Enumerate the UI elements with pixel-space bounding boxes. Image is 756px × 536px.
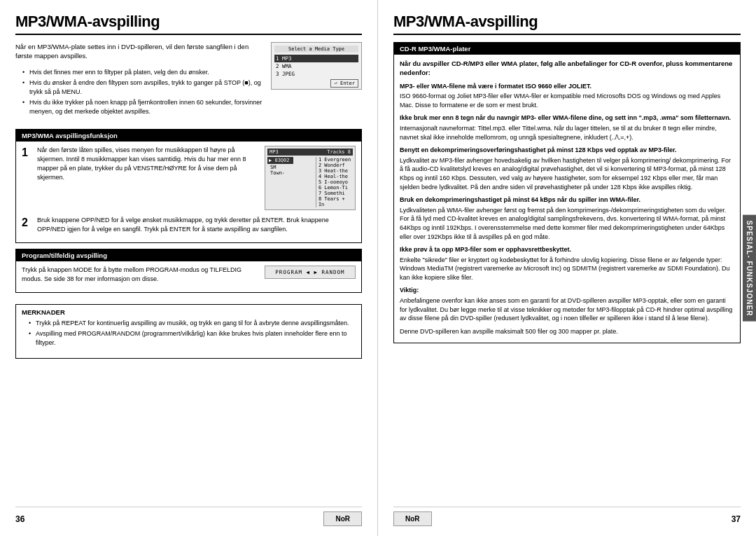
sub-bullet-5-header: Ikke prøv å ta opp MP3-filer som er opph…: [400, 246, 571, 253]
sub-bullet-2: Ikke bruk mer enn 8 tegn når du navngir …: [400, 114, 734, 142]
cdr-header: CD-R MP3/WMA-plater: [394, 43, 740, 55]
merknader-item: Trykk på REPEAT for kontinuerlig avspill…: [29, 319, 356, 328]
intro-bullet-list: Hvis det finnes mer enn to filtyper på p…: [15, 68, 264, 116]
track-item: 7 Somethi: [318, 191, 353, 196]
select-media-screen: Select a Media Type 1 MP3 2 WMA 3 JPEG ⏎…: [271, 42, 362, 123]
program-header: Program/tilfeldig avspilling: [16, 249, 361, 261]
enter-button-screen: ⏎ Enter: [330, 79, 358, 88]
left-page-number: 36: [15, 514, 24, 524]
sub-bullet-1-text: ISO 9660-format og Joliet MP3-filer elle…: [400, 92, 734, 109]
folder-item: ▶ 03Q02: [267, 157, 293, 164]
merknader-box: MERKNADER Trykk på REPEAT for kontinuerl…: [15, 304, 362, 359]
sub-bullet-3-text: Lydkvalitet av MP3-filer avhenger hoveds…: [400, 156, 734, 191]
sub-bullet-7-text: Denne DVD-spilleren kan avspille maksima…: [400, 327, 734, 336]
screen-title: Select a Media Type: [274, 46, 358, 53]
track-item: 1 Evergreen: [318, 157, 353, 163]
sub-bullet-4-text: Lydkvaliteten på WMA-filer avhenger førs…: [400, 206, 734, 241]
screen-item-wma: 2 WMA: [274, 62, 358, 70]
sub-bullet-2-header: Ikke bruk mer enn 8 tegn når du navngir …: [400, 114, 731, 121]
section1-header: MP3/WMA avspillingsfunksjon: [16, 130, 361, 142]
track-list: 1 Evergreen 2 Wonderf 3 Heat-the 4 Heal-…: [316, 157, 353, 207]
cdr-section: CD-R MP3/WMA-plater Når du avspiller CD-…: [393, 42, 741, 343]
sub-bullet-6-text: Anbefalingene ovenfor kan ikke anses som…: [400, 296, 734, 323]
track-item: 5 I-ooeoyo: [318, 179, 353, 185]
left-nor-badge: NoR: [323, 511, 362, 526]
left-page: MP3/WMA-avspilling Når en MP3/WMA-plate …: [0, 0, 378, 536]
section-number-2: 2: [22, 216, 34, 234]
sub-bullet-6-header: Viktig:: [400, 287, 419, 294]
spesial-funksjoner-tab: SPESIAL- FUNKSJONER: [743, 214, 756, 322]
screen-item-mp3: 1 MP3: [274, 55, 358, 62]
sub-bullet-2-text: Internasjonalt navneformat: Tittel.mp3. …: [400, 124, 734, 142]
right-footer: NoR 37: [393, 507, 741, 526]
program-text: Trykk på knappen MODE for å bytte mellom…: [22, 266, 258, 284]
track-item: 2 Wonderf: [318, 163, 353, 168]
right-nor-badge: NoR: [393, 511, 432, 526]
intro-text: Når en MP3/WMA-plate settes inn i DVD-sp…: [15, 42, 264, 61]
section1-content: Når den første låten spilles, vises meny…: [37, 146, 258, 182]
right-page-number: 37: [732, 514, 741, 524]
left-footer: 36 NoR: [15, 507, 362, 526]
right-content-area: MP3- eller WMA-filene må være i formatet…: [400, 82, 734, 341]
program-random-screen: PROGRAM ◀ ▶ RANDOM: [265, 266, 356, 284]
program-screen-label: PROGRAM ◀ ▶ RANDOM: [268, 269, 352, 275]
right-page: MP3/WMA-avspilling CD-R MP3/WMA-plater N…: [378, 0, 756, 536]
bullet-item: Hvis det finnes mer enn to filtyper på p…: [22, 68, 264, 77]
sub-bullet-7: Denne DVD-spilleren kan avspille maksima…: [400, 327, 734, 336]
merknader-item: Avspilling med PROGRAM/RANDOM (programme…: [29, 329, 356, 347]
numbered-section-1: 1 Når den første låten spilles, vises me…: [22, 146, 258, 182]
numbered-section-2: 2 Bruk knappene OPP/NED for å velge ønsk…: [22, 216, 356, 234]
right-title: MP3/WMA-avspilling: [393, 13, 741, 35]
sub-bullet-3-header: Benytt en dekomprimeringsoverføringshast…: [400, 146, 677, 153]
track-item: 3 Heat-the: [318, 168, 353, 174]
section-mp3-wma: MP3/WMA avspillingsfunksjon 1 Når den fø…: [15, 129, 362, 243]
left-title: MP3/WMA-avspilling: [15, 13, 362, 35]
mp3-folder-screen: MP3 Tracks 8 ▶ 03Q02 SM Town- 1 Evergree…: [265, 146, 356, 210]
bullet-item: Hvis du ønsker å endre den filtypen som …: [22, 78, 264, 96]
sub-bullet-1-header: MP3- eller WMA-filene må være i formatet…: [400, 83, 592, 90]
screen-item-jpeg: 3 JPEG: [274, 70, 358, 78]
merknader-list: Trykk på REPEAT for kontinuerlig avspill…: [22, 319, 356, 348]
tracks-label: Tracks 8: [327, 149, 351, 155]
section2-content: Bruk knappene OPP/NED for å velge ønsket…: [37, 216, 356, 234]
merknader-header: MERKNADER: [22, 308, 356, 316]
sub-bullet-4: Bruk en dekomprimeringshastiget på minst…: [400, 195, 734, 241]
section-number-1: 1: [22, 146, 34, 182]
sub-bullet-3: Benytt en dekomprimeringsoverføringshast…: [400, 146, 734, 191]
sub-bullet-1: MP3- eller WMA-filene må være i formatet…: [400, 82, 734, 110]
bullet-item: Hvis du ikke trykker på noen knapp på fj…: [22, 98, 264, 116]
track-item: 6 Lemon-Ti: [318, 185, 353, 191]
sub-bullet-5-text: Enkelte "sikrede" filer er kryptert og k…: [400, 256, 734, 282]
sub-bullet-4-header: Bruk en dekomprimeringshastiget på minst…: [400, 196, 640, 203]
folder-item: SM Town-: [267, 164, 293, 177]
track-item: 8 Tears + In: [318, 196, 353, 207]
cdr-intro: Når du avspiller CD-R/MP3 eller WMA plat…: [400, 59, 734, 78]
track-item: 4 Heal-the: [318, 174, 353, 179]
mp3-label: MP3: [270, 149, 279, 155]
program-section: Program/tilfeldig avspilling Trykk på kn…: [15, 249, 362, 293]
sub-bullet-5: Ikke prøv å ta opp MP3-filer som er opph…: [400, 245, 734, 282]
sub-bullet-6: Viktig: Anbefalingene ovenfor kan ikke a…: [400, 286, 734, 322]
